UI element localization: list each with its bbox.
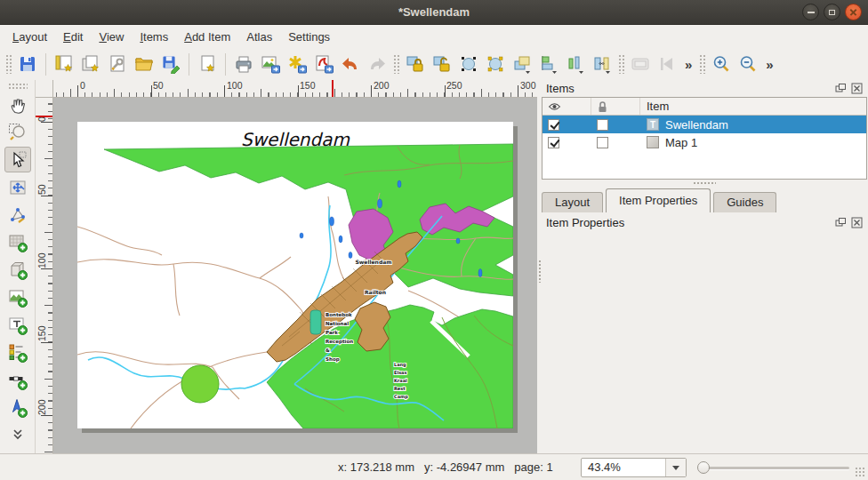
lock-checkbox[interactable] [597, 137, 608, 148]
menu-add-item[interactable]: Add Item [176, 27, 238, 47]
ruler-label: 150 [300, 80, 316, 91]
zoom-in-button[interactable] [708, 51, 735, 77]
ruler-label: 50 [36, 184, 47, 195]
add-legend-tool-button[interactable] [4, 340, 31, 365]
properties-panel-float-button[interactable] [834, 217, 847, 229]
maximize-button[interactable] [824, 4, 840, 20]
visibility-checkbox[interactable] [548, 119, 559, 131]
items-panel-float-button[interactable] [834, 83, 847, 95]
add-scalebar-tool-button[interactable] [4, 367, 31, 393]
pan-tool-button[interactable] [4, 92, 31, 117]
group-items-button[interactable] [455, 51, 482, 77]
raise-items-button[interactable] [509, 51, 535, 77]
item-row-map1[interactable]: Map 1 [542, 133, 866, 151]
horizontal-ruler[interactable]: 0 50 100 150 200 250 300 [53, 80, 537, 98]
open-layout-button[interactable] [131, 51, 157, 77]
zoom-slider-handle[interactable] [697, 461, 710, 474]
svg-text:National: National [326, 321, 349, 326]
edit-nodes-tool-button[interactable] [4, 202, 31, 228]
menu-edit[interactable]: Edit [55, 27, 91, 47]
close-panel-icon [851, 83, 863, 94]
atlas-preview-icon [631, 54, 650, 74]
toolbar-drag-handle[interactable] [699, 54, 705, 74]
add-map-tool-button[interactable] [4, 229, 31, 255]
zoom-dropdown-button[interactable] [665, 459, 686, 476]
map-item[interactable]: Swellendam Railton Bontebok National Par… [77, 122, 513, 428]
tab-guides[interactable]: Guides [713, 192, 776, 212]
lock-items-icon [406, 54, 425, 74]
layout-manager-button[interactable] [104, 51, 131, 77]
toolbar-overflow-button[interactable]: » [761, 57, 777, 72]
zoom-level-value[interactable]: 43.4% [582, 459, 665, 476]
tab-layout[interactable]: Layout [542, 192, 603, 212]
add-label-icon [8, 316, 28, 335]
zoom-slider-track[interactable] [702, 467, 849, 469]
titlebar[interactable]: *Swellendam [0, 0, 868, 25]
redo-button[interactable] [364, 51, 390, 77]
zoom-level-combobox[interactable]: 43.4% [581, 458, 687, 477]
layout-page[interactable]: Swellendam Railton Bontebok National Par… [77, 122, 513, 428]
minimize-button[interactable] [802, 4, 819, 20]
atlas-preview-button[interactable] [627, 51, 654, 77]
ruler-label: 100 [36, 252, 47, 268]
zoom-tool-button[interactable] [4, 119, 31, 145]
svg-text:Bontebok: Bontebok [326, 312, 352, 317]
close-button[interactable] [845, 4, 862, 20]
menu-atlas[interactable]: Atlas [238, 27, 280, 47]
export-image-button[interactable] [257, 51, 284, 77]
toolbar-overflow-button[interactable]: » [680, 57, 696, 72]
items-panel-header: Items [541, 80, 868, 97]
cursor-position-marker [36, 116, 52, 117]
add-picture-tool-button[interactable] [4, 284, 31, 310]
lock-items-button[interactable] [402, 51, 429, 77]
add-label-tool-button[interactable] [4, 312, 31, 338]
zoom-tool-icon [8, 123, 28, 142]
ungroup-items-button[interactable] [482, 51, 509, 77]
distribute-items-button[interactable] [562, 51, 589, 77]
export-svg-button[interactable] [284, 51, 310, 77]
items-panel-close-button[interactable] [850, 83, 863, 95]
ruler-label: 150 [36, 325, 47, 341]
move-item-content-tool-button[interactable] [4, 174, 31, 200]
visibility-checkbox[interactable] [548, 137, 559, 148]
save-as-template-button[interactable] [157, 51, 184, 77]
toolbar-drag-handle[interactable] [5, 54, 12, 74]
unlock-all-button[interactable] [429, 51, 455, 77]
resize-items-button[interactable] [589, 51, 615, 77]
toolbar-drag-handle[interactable] [618, 54, 624, 74]
zoom-out-button[interactable] [735, 51, 761, 77]
export-image-icon [261, 54, 280, 74]
align-items-button[interactable] [535, 51, 562, 77]
properties-panel-close-button[interactable] [850, 217, 863, 229]
menu-items[interactable]: Items [132, 27, 176, 47]
print-button[interactable] [230, 51, 257, 77]
toolbar-drag-handle[interactable] [8, 83, 28, 89]
menu-view[interactable]: View [91, 27, 132, 47]
menu-settings[interactable]: Settings [280, 27, 338, 47]
main-toolbar: » » [0, 48, 868, 80]
svg-text:Lang: Lang [394, 362, 406, 368]
layout-canvas[interactable]: Swellendam Railton Bontebok National Par… [53, 98, 537, 453]
more-tools-button[interactable] [12, 428, 24, 444]
toolbar-drag-handle[interactable] [393, 54, 399, 74]
add-north-arrow-tool-button[interactable] [4, 395, 31, 420]
lock-checkbox[interactable] [597, 119, 608, 131]
svg-text:Shop: Shop [326, 356, 340, 363]
tab-item-properties[interactable]: Item Properties [606, 188, 711, 212]
export-pdf-button[interactable] [310, 51, 337, 77]
menu-layout[interactable]: Layout [4, 27, 55, 47]
save-project-button[interactable] [14, 51, 41, 77]
select-move-item-tool-button[interactable] [4, 147, 31, 172]
new-layout-button[interactable] [51, 51, 77, 77]
add-pages-button[interactable] [194, 51, 221, 77]
duplicate-layout-button[interactable] [77, 51, 104, 77]
map-title-item[interactable]: Swellendam [241, 129, 350, 150]
item-row-swellendam[interactable]: Swellendam [542, 116, 866, 133]
float-panel-icon [835, 83, 847, 94]
panel-resize-handle[interactable] [541, 181, 868, 188]
add-3d-map-tool-button[interactable] [4, 257, 31, 283]
undo-button[interactable] [337, 51, 364, 77]
vertical-ruler[interactable]: 0 50 100 150 200 [36, 98, 53, 453]
window-resize-grip[interactable] [855, 467, 865, 477]
atlas-first-feature-button[interactable] [654, 51, 680, 77]
